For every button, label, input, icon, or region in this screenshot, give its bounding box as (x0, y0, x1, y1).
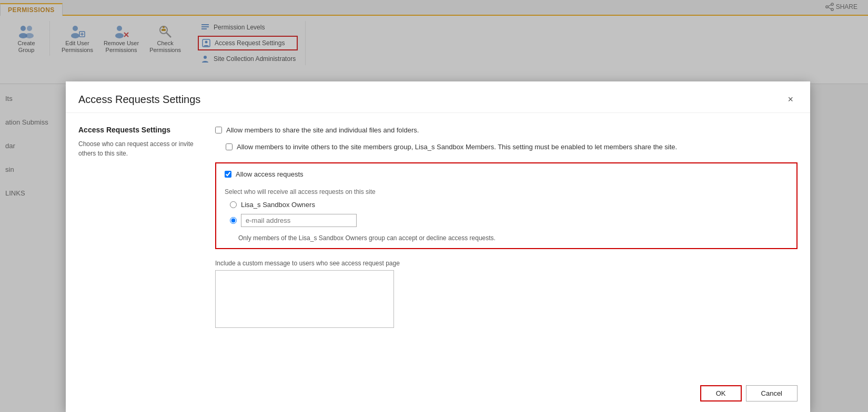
ok-button[interactable]: OK (700, 385, 742, 401)
owners-note: Only members of the Lisa_s Sandbox Owner… (225, 234, 788, 242)
allow-members-invite-row: Allow members to invite others to the si… (215, 142, 798, 152)
allow-members-share-label: Allow members to share the site and indi… (226, 126, 419, 135)
dialog-close-button[interactable]: × (783, 92, 798, 107)
radio-email[interactable] (230, 217, 237, 224)
allow-members-invite-label: Allow members to invite others to the si… (237, 142, 677, 152)
email-input[interactable] (241, 214, 357, 227)
allow-access-requests-label: Allow access requests (236, 170, 304, 179)
dialog-header: Access Requests Settings × (66, 81, 810, 113)
access-request-box: Allow access requests Select who will re… (215, 162, 798, 249)
dialog-body: Access Requests Settings Choose who can … (66, 113, 810, 342)
dialog-title: Access Requests Settings (78, 94, 200, 106)
radio-sandbox-owners-row: Lisa_s Sandbox Owners (225, 201, 788, 209)
custom-message-label: Include a custom message to users who se… (215, 260, 798, 267)
allow-access-requests-checkbox[interactable] (225, 171, 231, 178)
dialog-left-section: Access Requests Settings Choose who can … (78, 126, 194, 329)
dialog-footer: OK Cancel (700, 385, 798, 401)
dialog-right-section: Allow members to share the site and indi… (215, 126, 798, 329)
custom-message-section: Include a custom message to users who se… (215, 254, 798, 329)
select-who-label: Select who will receive all access reque… (225, 188, 788, 195)
radio-sandbox-owners[interactable] (230, 201, 237, 208)
radio-sandbox-owners-label: Lisa_s Sandbox Owners (241, 201, 315, 209)
radio-email-row (225, 214, 788, 227)
dialog-section-title: Access Requests Settings (78, 126, 194, 134)
allow-members-share-row: Allow members to share the site and indi… (215, 126, 798, 135)
allow-access-requests-row: Allow access requests (225, 170, 788, 179)
custom-message-textarea[interactable] (215, 270, 394, 328)
allow-members-share-checkbox[interactable] (215, 127, 222, 133)
dialog-section-desc: Choose who can request access or invite … (78, 139, 194, 158)
dialog: Access Requests Settings × Access Reques… (66, 81, 810, 412)
allow-members-invite-checkbox[interactable] (226, 143, 233, 150)
cancel-button[interactable]: Cancel (746, 385, 798, 401)
